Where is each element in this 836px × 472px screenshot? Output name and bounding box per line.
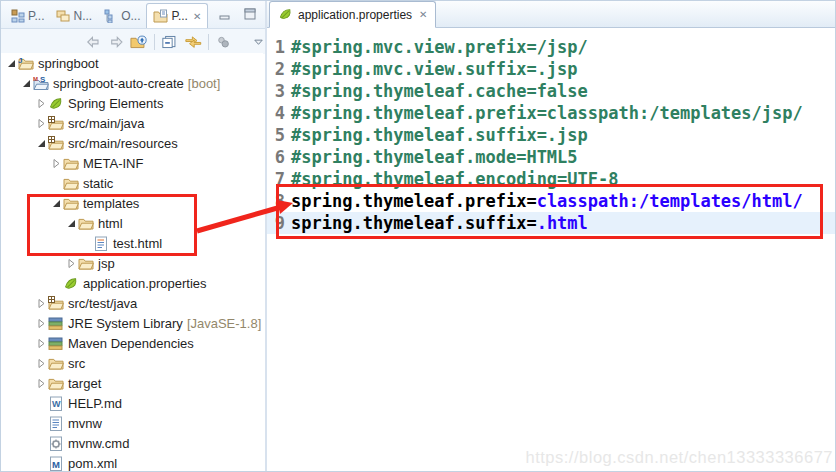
- spring-leaf-icon: [278, 7, 293, 22]
- folder-icon: [77, 215, 95, 231]
- code-line-9[interactable]: 9spring.thymeleaf.suffix=.html: [267, 212, 835, 234]
- gearfile-icon: [47, 435, 65, 451]
- tree-item-jsp[interactable]: jsp: [1, 253, 263, 273]
- tree-item-target[interactable]: target: [1, 373, 263, 393]
- collapse-arrow-icon[interactable]: [65, 217, 77, 229]
- htmlfile-icon: [92, 235, 110, 251]
- forward-icon[interactable]: [108, 34, 125, 50]
- tree-item-templates[interactable]: templates: [1, 193, 263, 213]
- tab-package-explorer[interactable]: P...: [5, 4, 50, 28]
- tree-item-label: HELP.md: [65, 396, 122, 411]
- code-line-1[interactable]: 1#spring.mvc.view.prefix=/jsp/: [267, 36, 835, 58]
- tree-item-springboot-auto-create[interactable]: MSspringboot-auto-create[boot]: [1, 73, 263, 93]
- collapse-all-icon[interactable]: [161, 34, 178, 50]
- tab-outline[interactable]: O...: [98, 4, 146, 28]
- minimize-icon[interactable]: [219, 8, 232, 20]
- dropdown-icon[interactable]: [252, 35, 265, 49]
- line-number: 4: [267, 102, 285, 124]
- expand-arrow-icon[interactable]: [35, 377, 47, 389]
- expand-arrow-icon[interactable]: [35, 317, 47, 329]
- project-tree: JspringbootMSspringboot-auto-create[boot…: [1, 53, 263, 472]
- tree-item-src[interactable]: src: [1, 353, 263, 373]
- tree-item-spring-elements[interactable]: Spring Elements: [1, 93, 263, 113]
- link-with-editor-icon[interactable]: [184, 34, 203, 50]
- file-icon: [47, 415, 65, 431]
- project-explorer-icon: [153, 9, 168, 23]
- folder-icon: [47, 355, 65, 371]
- tree-item-label: html: [95, 216, 123, 231]
- tab-navigator[interactable]: N...: [50, 4, 98, 28]
- tree-item-label: Maven Dependencies: [65, 336, 194, 351]
- code-area[interactable]: 1#spring.mvc.view.prefix=/jsp/2#spring.m…: [267, 28, 835, 234]
- tree-item-decorator: [boot]: [184, 76, 221, 91]
- line-number: 1: [267, 36, 285, 58]
- line-number: 7: [267, 168, 285, 190]
- close-icon[interactable]: ✕: [417, 9, 427, 20]
- tree-item-mvnw[interactable]: mvnw: [1, 413, 263, 433]
- code-line-6[interactable]: 6#spring.thymeleaf.mode=HTML5: [267, 146, 835, 168]
- tree-item-src-test-java[interactable]: src/test/java: [1, 293, 263, 313]
- folder-icon: [47, 375, 65, 391]
- maximize-icon[interactable]: [244, 8, 257, 20]
- tree-item-label: pom.xml: [65, 456, 117, 471]
- collapse-arrow-icon[interactable]: [50, 197, 62, 209]
- code-line-7[interactable]: 7#spring.thymeleaf.encoding=UTF-8: [267, 168, 835, 190]
- tree-item-springboot[interactable]: Jspringboot: [1, 53, 263, 73]
- expand-arrow-icon[interactable]: [50, 157, 62, 169]
- folder-icon: [62, 175, 80, 191]
- tree-item-jre-system-library[interactable]: JRE System Library[JavaSE-1.8]: [1, 313, 263, 333]
- line-number: 9: [267, 212, 285, 234]
- code-line-5[interactable]: 5#spring.thymeleaf.suffix=.jsp: [267, 124, 835, 146]
- code-segment-comment: #spring.mvc.view.prefix=/jsp/: [291, 36, 588, 58]
- tab-project-explorer[interactable]: P... ✕: [146, 3, 208, 28]
- tree-item-html[interactable]: html: [1, 213, 263, 233]
- tree-item-static[interactable]: static: [1, 173, 263, 193]
- mfile-icon: M: [47, 455, 65, 471]
- up-folder-icon[interactable]: [130, 34, 148, 50]
- editor-tabbar: application.properties ✕: [267, 1, 835, 28]
- tree-item-decorator: [JavaSE-1.8]: [183, 316, 261, 331]
- tree-item-label: templates: [80, 196, 139, 211]
- expand-arrow-icon[interactable]: [35, 97, 47, 109]
- outline-icon: [104, 9, 118, 23]
- tab-label: N...: [73, 9, 92, 23]
- tree-item-label: src: [65, 356, 85, 371]
- collapse-arrow-icon[interactable]: [20, 77, 32, 89]
- tree-item-label: springboot: [35, 56, 99, 71]
- code-segment-comment: #spring.thymeleaf.encoding=UTF-8: [291, 168, 619, 190]
- svg-text:W: W: [52, 399, 61, 409]
- code-line-8[interactable]: 8spring.thymeleaf.prefix=classpath:/temp…: [267, 190, 835, 212]
- expand-arrow-icon[interactable]: [35, 337, 47, 349]
- expand-arrow-icon[interactable]: [35, 117, 47, 129]
- line-number: 6: [267, 146, 285, 168]
- editor-tab-application-properties[interactable]: application.properties ✕: [269, 1, 436, 28]
- jfolder-icon: J: [17, 55, 35, 71]
- toolbar-separator: [208, 34, 209, 50]
- tree-item-meta-inf[interactable]: META-INF: [1, 153, 263, 173]
- view-tabbar: P... N... O... P... ✕: [1, 1, 265, 29]
- tree-item-label: application.properties: [80, 276, 207, 291]
- code-segment-key: spring.thymeleaf.suffix=: [291, 212, 537, 234]
- view-menu-icon[interactable]: [215, 34, 232, 50]
- code-line-3[interactable]: 3#spring.thymeleaf.cache=false: [267, 80, 835, 102]
- tree-item-mvnw-cmd[interactable]: mvnw.cmd: [1, 433, 263, 453]
- collapse-arrow-icon[interactable]: [35, 137, 47, 149]
- tree-item-test-html[interactable]: test.html: [1, 233, 263, 253]
- expand-arrow-icon[interactable]: [35, 297, 47, 309]
- tree-item-pom-xml[interactable]: Mpom.xml: [1, 453, 263, 472]
- tree-item-src-main-resources[interactable]: src/main/resources: [1, 133, 263, 153]
- back-icon[interactable]: [85, 34, 102, 50]
- tree-item-maven-dependencies[interactable]: Maven Dependencies: [1, 333, 263, 353]
- code-line-4[interactable]: 4#spring.thymeleaf.prefix=classpath:/tem…: [267, 102, 835, 124]
- tree-item-help-md[interactable]: WHELP.md: [1, 393, 263, 413]
- tree-item-src-main-java[interactable]: src/main/java: [1, 113, 263, 133]
- pkgfolder-icon: [47, 115, 65, 131]
- code-line-2[interactable]: 2#spring.mvc.view.suffix=.jsp: [267, 58, 835, 80]
- tree-item-application-properties[interactable]: application.properties: [1, 273, 263, 293]
- folder-icon: [62, 155, 80, 171]
- collapse-arrow-icon[interactable]: [5, 57, 17, 69]
- expand-arrow-icon[interactable]: [65, 257, 77, 269]
- expand-arrow-icon[interactable]: [35, 357, 47, 369]
- svg-text:M: M: [33, 76, 38, 82]
- close-icon[interactable]: ✕: [191, 11, 201, 22]
